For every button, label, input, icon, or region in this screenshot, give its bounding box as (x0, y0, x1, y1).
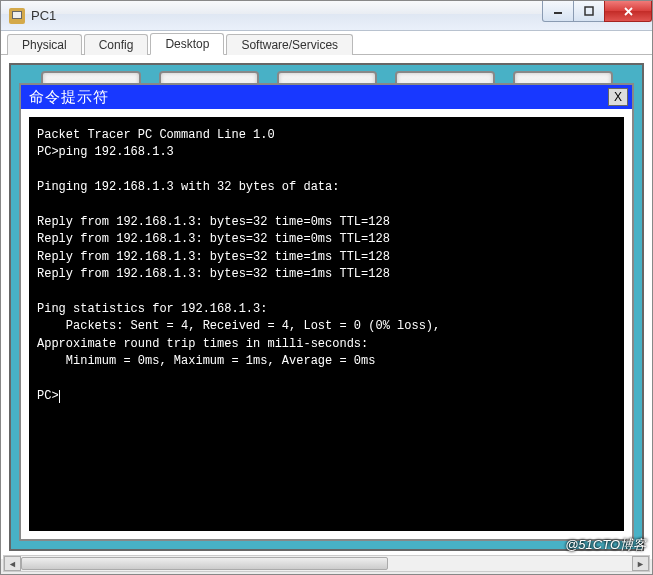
terminal-output[interactable]: Packet Tracer PC Command Line 1.0 PC>pin… (29, 117, 624, 531)
terminal-line: Reply from 192.168.1.3: bytes=32 time=0m… (37, 215, 390, 229)
terminal-line: Minimum = 0ms, Maximum = 1ms, Average = … (37, 354, 375, 368)
scrollbar-track[interactable] (21, 556, 632, 571)
app-icon (9, 8, 25, 24)
terminal-line: Packets: Sent = 4, Received = 4, Lost = … (37, 319, 440, 333)
scrollbar-thumb[interactable] (21, 557, 388, 570)
terminal-line: Pinging 192.168.1.3 with 32 bytes of dat… (37, 180, 339, 194)
desktop-tab-content: 命令提示符 X Packet Tracer PC Command Line 1.… (1, 55, 652, 559)
tab-config[interactable]: Config (84, 34, 149, 55)
os-titlebar: PC1 (1, 1, 652, 31)
watermark-text: @51CTO博客 (565, 536, 646, 554)
terminal-cursor (59, 390, 60, 403)
window-title: PC1 (31, 8, 56, 23)
terminal-line: Reply from 192.168.1.3: bytes=32 time=1m… (37, 250, 390, 264)
command-prompt-window: 命令提示符 X Packet Tracer PC Command Line 1.… (19, 83, 634, 541)
desktop-canvas: 命令提示符 X Packet Tracer PC Command Line 1.… (9, 63, 644, 551)
terminal-line: Approximate round trip times in milli-se… (37, 337, 368, 351)
scroll-right-button[interactable]: ► (632, 556, 649, 571)
window-controls (543, 1, 652, 22)
tab-software-services[interactable]: Software/Services (226, 34, 353, 55)
horizontal-scrollbar[interactable]: ◄ ► (3, 555, 650, 572)
terminal-line: Ping statistics for 192.168.1.3: (37, 302, 267, 316)
svg-rect-1 (585, 7, 593, 15)
command-prompt-close-button[interactable]: X (608, 88, 628, 106)
terminal-line: Reply from 192.168.1.3: bytes=32 time=0m… (37, 232, 390, 246)
terminal-prompt: PC> (37, 389, 59, 403)
maximize-button[interactable] (573, 1, 605, 22)
terminal-line: PC>ping 192.168.1.3 (37, 145, 174, 159)
command-prompt-titlebar: 命令提示符 X (21, 85, 632, 109)
tab-physical[interactable]: Physical (7, 34, 82, 55)
tab-strip: Physical Config Desktop Software/Service… (1, 31, 652, 55)
minimize-button[interactable] (542, 1, 574, 22)
tab-desktop[interactable]: Desktop (150, 33, 224, 55)
command-prompt-title: 命令提示符 (29, 88, 608, 107)
terminal-line: Packet Tracer PC Command Line 1.0 (37, 128, 275, 142)
terminal-line: Reply from 192.168.1.3: bytes=32 time=1m… (37, 267, 390, 281)
scroll-left-button[interactable]: ◄ (4, 556, 21, 571)
close-button[interactable] (604, 1, 652, 22)
